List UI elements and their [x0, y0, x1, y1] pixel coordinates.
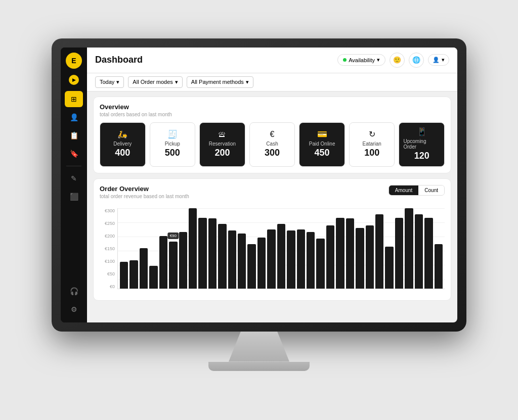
chart-bar-group: [287, 208, 295, 289]
payment-methods-chevron: ▾: [246, 79, 249, 85]
chart-bar-group: [297, 208, 305, 289]
order-overview-title: Order Overview: [100, 185, 189, 193]
globe-button[interactable]: 🌐: [409, 53, 424, 68]
chart-bar[interactable]: [307, 232, 315, 288]
overview-card-paid-online: 💳 Paid Online 450: [299, 122, 345, 167]
payment-methods-filter[interactable]: All Payment methods ▾: [187, 76, 253, 88]
chart-bar-group: [208, 208, 217, 289]
monitor-frame: E ▶ ⊞ 👤 📋 🔖 ✎ ⬛ 🎧 ⚙ Dashboard: [52, 38, 466, 332]
chart-bar-group: [257, 208, 266, 289]
overview-card-delivery: 🛵 Delivery 400: [100, 122, 146, 167]
count-toggle[interactable]: Count: [418, 185, 444, 195]
user-button[interactable]: 👤 ▾: [428, 54, 449, 66]
chart-bar[interactable]: [149, 266, 157, 289]
chart-bar[interactable]: [287, 230, 295, 288]
chart-bar[interactable]: [375, 214, 383, 288]
user-chevron: ▾: [442, 57, 445, 63]
sidebar-item-dashboard[interactable]: ⊞: [65, 91, 83, 107]
bar-tooltip: €90: [168, 232, 179, 239]
chart-header: Order Overview total order revenue based…: [100, 185, 445, 204]
chart-bar-group: [149, 208, 157, 289]
order-modes-filter[interactable]: All Order modes ▾: [128, 76, 182, 88]
chart-bar-group: [238, 208, 246, 289]
sidebar-item-support[interactable]: 🎧: [65, 283, 83, 299]
overview-card-icon: ↻: [369, 129, 375, 139]
chart-bar[interactable]: [424, 218, 433, 289]
chart-bar[interactable]: [218, 224, 226, 288]
chart-bar[interactable]: [316, 239, 324, 289]
payment-methods-label: All Payment methods: [191, 79, 244, 85]
chart-bar[interactable]: [405, 208, 413, 289]
sidebar-item-settings[interactable]: ⚙: [65, 301, 83, 317]
today-label: Today: [100, 79, 114, 85]
chart-bar-group: [385, 208, 393, 289]
sidebar-item-edit[interactable]: ✎: [65, 170, 83, 186]
chart-bar[interactable]: [395, 218, 403, 289]
chart-bar[interactable]: [140, 248, 148, 289]
chart-bar-group: [424, 208, 433, 289]
overview-card-icon: 🧾: [167, 129, 178, 139]
order-overview-section: Order Overview total order revenue based…: [93, 178, 451, 301]
chart-bar[interactable]: [247, 244, 255, 288]
chart-bar[interactable]: [228, 230, 236, 288]
y-label-100: €100: [100, 259, 115, 264]
overview-card-value: 450: [315, 148, 330, 158]
chart-bar-group: [405, 208, 413, 289]
chart-header-left: Order Overview total order revenue based…: [100, 185, 189, 204]
chart-bar[interactable]: [415, 214, 423, 288]
chart-bar[interactable]: [238, 234, 246, 288]
chart-bar[interactable]: [257, 238, 266, 288]
chart-bar[interactable]: [159, 236, 167, 288]
sidebar-item-reservations[interactable]: 🔖: [65, 146, 83, 162]
chart-bar[interactable]: [385, 247, 393, 289]
emoji-button[interactable]: 🙂: [390, 53, 405, 68]
chart-bar[interactable]: [366, 225, 374, 288]
chart-bar[interactable]: [277, 224, 285, 288]
chart-bar[interactable]: [267, 229, 275, 288]
chart-bar[interactable]: [346, 218, 354, 288]
chart-bar-group: [375, 208, 383, 289]
chart-bar[interactable]: [179, 232, 187, 288]
chart-bar[interactable]: [120, 262, 128, 288]
chart-bar-group: [356, 208, 364, 289]
sidebar-item-users[interactable]: 👤: [65, 109, 83, 125]
overview-card-eatarian: ↻ Eatarian 100: [349, 122, 395, 167]
chart-bar[interactable]: [198, 218, 206, 289]
amount-toggle[interactable]: Amount: [389, 185, 418, 195]
chart-bar[interactable]: [130, 260, 138, 289]
overview-card-value: 200: [214, 148, 230, 158]
content-area: Overview total orders based on last mont…: [87, 91, 457, 322]
chart-bar[interactable]: [208, 218, 217, 288]
monitor-bezel: E ▶ ⊞ 👤 📋 🔖 ✎ ⬛ 🎧 ⚙ Dashboard: [61, 48, 457, 322]
availability-button[interactable]: Availability ▾: [337, 54, 385, 66]
sidebar-item-orders[interactable]: 📋: [65, 127, 83, 144]
today-filter[interactable]: Today ▾: [95, 76, 124, 88]
chart-bar-group: [316, 208, 324, 289]
chart-bar-group: [130, 208, 138, 289]
overview-grid: 🛵 Delivery 400 🧾 Pickup 500 🛎 Reservatio…: [100, 122, 445, 167]
overview-card-value: 120: [414, 151, 429, 161]
chart-bar-group: [179, 208, 187, 289]
chart-bar[interactable]: [189, 208, 197, 289]
overview-section: Overview total orders based on last mont…: [93, 97, 451, 173]
chart-bar[interactable]: [336, 218, 344, 289]
chart-bar-group: [228, 208, 236, 289]
sidebar-item-inventory[interactable]: ⬛: [65, 189, 83, 205]
overview-card-upcoming-order: 📱 Upcoming Order 120: [399, 122, 445, 167]
overview-card-label: Eatarian: [363, 141, 381, 147]
chart-bar-group: [247, 208, 255, 289]
chart-bar[interactable]: [297, 229, 305, 288]
availability-dot: [343, 58, 347, 62]
y-label-50: €50: [100, 271, 115, 276]
chart-bar-group: [366, 208, 374, 289]
overview-card-label: Cash: [266, 141, 278, 147]
overview-card-label: Pickup: [165, 141, 180, 147]
chart-bar-group: €90: [169, 208, 177, 289]
chart-bar[interactable]: [435, 244, 443, 288]
chart-bar[interactable]: [326, 225, 334, 288]
overview-card-value: 100: [364, 148, 379, 158]
sidebar-collapse-btn[interactable]: ▶: [69, 75, 79, 85]
header-right: Availability ▾ 🙂 🌐 👤 ▾: [337, 53, 449, 68]
chart-bar[interactable]: €90: [169, 242, 177, 288]
chart-bar[interactable]: [356, 228, 364, 288]
